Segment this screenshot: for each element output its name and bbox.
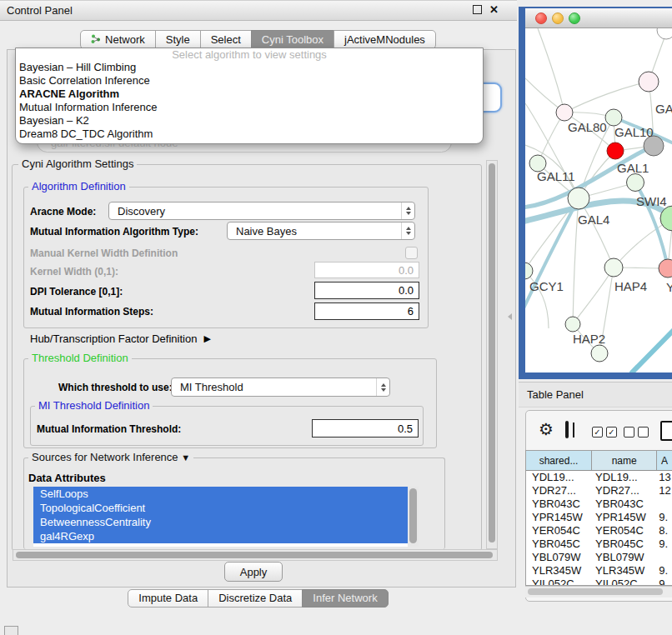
cell: 9. (657, 564, 672, 578)
algorithm-option[interactable]: Bayesian – K2 (16, 114, 483, 128)
node-label: GAL11 (537, 169, 575, 183)
mi-algorithm-type-value: Naive Bayes (228, 225, 401, 238)
cell: YLR345W (592, 564, 657, 578)
which-threshold-value: MI Threshold (172, 381, 376, 393)
cell: YIL052C (526, 578, 592, 586)
close-traffic-light[interactable] (535, 12, 547, 24)
mi-steps-label: Mutual Information Steps: (30, 306, 153, 318)
apply-button[interactable]: Apply (224, 562, 283, 582)
tab-impute-data[interactable]: Impute Data (128, 589, 208, 608)
table-panel-titlebar: Table Panel (519, 382, 672, 408)
network-window-titlebar[interactable] (525, 8, 672, 28)
combo-arrows-icon (401, 222, 414, 239)
attribute-item-selected[interactable]: BetweennessCentrality (33, 515, 414, 529)
mi-threshold-field[interactable]: 0.5 (312, 419, 419, 438)
attribute-item-selected[interactable]: gal4RGexp (33, 529, 414, 543)
kernel-width-value: 0.0 (399, 264, 414, 277)
document-icon[interactable] (660, 421, 672, 441)
cyni-algorithm-settings-title: Cyni Algorithm Settings (18, 158, 137, 170)
hub-factor-section-toggle[interactable]: Hub/Transcription Factor Definition ▶ (30, 332, 211, 345)
tab-select[interactable]: Select (200, 30, 252, 49)
tab-network[interactable]: Network (80, 30, 156, 49)
settings-horizontal-scrollbar[interactable] (13, 549, 498, 561)
control-panel-title: Control Panel (7, 4, 73, 17)
mi-algorithm-type-combobox[interactable]: Naive Bayes (227, 222, 415, 240)
cell: YBL079W (526, 551, 592, 564)
data-attributes-label: Data Attributes (28, 472, 106, 484)
node-label: GAL10 (614, 125, 654, 139)
deselect-all-checks-icon[interactable] (624, 427, 649, 438)
column-header-shared-name[interactable]: shared... (526, 451, 592, 470)
combo-arrows-icon (376, 378, 389, 396)
floating-panel-icon[interactable] (4, 626, 18, 635)
tab-impute-data-label: Impute Data (138, 592, 198, 604)
algorithm-option[interactable]: Bayesian – Hill Climbing (16, 61, 483, 74)
table-row[interactable]: YDL19... YDL19... 13 (526, 471, 672, 484)
zoom-traffic-light[interactable] (569, 12, 580, 24)
tab-discretize-data-label: Discretize Data (218, 592, 292, 604)
float-window-icon[interactable] (473, 5, 482, 14)
mi-steps-field[interactable]: 6 (314, 302, 419, 320)
column-header-name[interactable]: name (592, 451, 657, 470)
minimize-traffic-light[interactable] (552, 12, 564, 24)
gear-icon[interactable]: ⚙ (539, 421, 554, 438)
network-view-canvas[interactable]: GAL80 GAL10 GAL1 SWI4 GAL11 GAL4 GCY1 HA… (525, 28, 672, 372)
cell: YPR145W (526, 511, 592, 524)
dpi-tolerance-value: 0.0 (399, 284, 414, 297)
attribute-item-selected[interactable]: TopologicalCoefficient (33, 501, 414, 515)
tab-discretize-data[interactable]: Discretize Data (208, 589, 303, 608)
apply-button-label: Apply (240, 566, 268, 578)
close-icon[interactable]: ✕ (489, 4, 499, 15)
tab-select-label: Select (211, 33, 241, 46)
algorithm-option[interactable]: Mutual Information Inference (16, 101, 483, 114)
table-row[interactable]: YLR345W YLR345W 9. (526, 564, 672, 578)
algorithm-option-selected[interactable]: ARACNE Algorithm (16, 88, 483, 101)
aracne-mode-combobox[interactable]: Discovery (108, 202, 415, 220)
table-row[interactable]: YBL079W YBL079W (526, 551, 672, 564)
network-icon (91, 34, 101, 44)
cell: YBR045C (592, 538, 657, 551)
mi-threshold-value: 0.5 (398, 422, 413, 435)
table-row[interactable]: YBR045C YBR045C 9. (526, 538, 672, 551)
tab-jactivemnodules[interactable]: jActiveMNodules (333, 30, 436, 49)
attribute-item-selected[interactable]: SelfLoops (33, 487, 414, 501)
aracne-mode-label: Aracne Mode: (30, 206, 96, 218)
which-threshold-combobox[interactable]: MI Threshold (171, 378, 390, 397)
attributes-scrollbar[interactable] (408, 487, 419, 547)
algorithm-definition-title: Algorithm Definition (28, 181, 129, 192)
algorithm-option[interactable]: Dream8 DC_TDC Algorithm (16, 128, 483, 141)
select-all-checks-icon[interactable]: ✓✓ (592, 427, 617, 438)
tab-style[interactable]: Style (155, 30, 201, 49)
tab-cyni-toolbox[interactable]: Cyni Toolbox (251, 30, 334, 49)
algorithm-option[interactable]: Basic Correlation Inference (16, 74, 483, 88)
aracne-mode-value: Discovery (109, 205, 401, 218)
settings-vertical-scrollbar[interactable] (486, 160, 498, 549)
dpi-tolerance-field[interactable]: 0.0 (314, 282, 419, 299)
mi-threshold-label: Mutual Information Threshold: (37, 423, 181, 435)
table-row[interactable]: YIL052C YIL052C 9. (526, 578, 672, 586)
split-columns-icon[interactable] (565, 421, 569, 438)
table-row[interactable]: YDR27... YDR27... 12 (526, 484, 672, 498)
hub-factor-label: Hub/Transcription Factor Definition (30, 332, 197, 345)
kernel-width-field: 0.0 (314, 262, 419, 278)
splitter-handle[interactable] (508, 313, 512, 320)
node-label: HAP4 (614, 279, 647, 293)
column-header-partial[interactable]: A (657, 451, 672, 470)
node-label: GAL1 (617, 161, 649, 175)
tab-infer-network[interactable]: Infer Network (302, 589, 388, 608)
cell: YPR145W (592, 511, 657, 524)
which-threshold-label: Which threshold to use: (58, 382, 173, 393)
table-row[interactable]: YER054C YER054C 8. (526, 524, 672, 538)
manual-kernel-width-label: Manual Kernel Width Definition (30, 248, 178, 259)
node-table: shared... name A YDL19... YDL19... 13 YD… (525, 450, 672, 586)
kernel-width-label: Kernel Width (0,1): (30, 266, 118, 278)
cell: 9. (657, 511, 672, 524)
cell: YBR043C (592, 498, 657, 511)
sources-title-row[interactable]: Sources for Network Inference ▼ (28, 452, 193, 463)
table-row[interactable]: YPR145W YPR145W 9. (526, 511, 672, 524)
node-label: HAP2 (573, 332, 605, 346)
control-panel-titlebar: Control Panel ✕ (0, 0, 517, 21)
table-horizontal-scrollbar[interactable] (525, 586, 672, 598)
table-row[interactable]: YBR043C YBR043C (526, 498, 672, 511)
expand-arrow-icon: ▼ (181, 452, 190, 462)
